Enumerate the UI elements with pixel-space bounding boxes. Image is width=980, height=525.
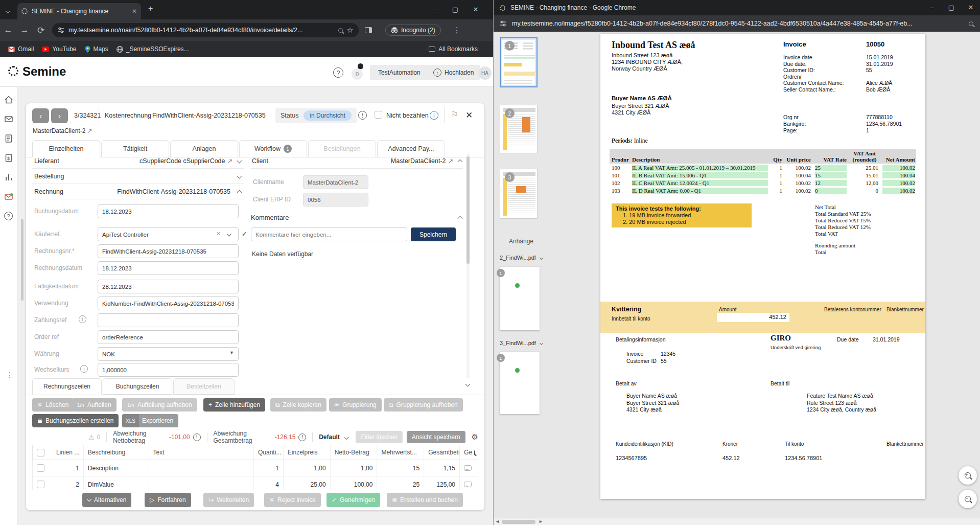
bookmark-maps[interactable]: Maps <box>85 45 108 53</box>
orderref-input[interactable] <box>98 330 239 344</box>
close-button[interactable]: ✕ <box>466 2 485 17</box>
ungroup-button[interactable]: ⧉Gruppierung aufheben <box>384 398 463 412</box>
zoom-icon[interactable] <box>338 28 343 33</box>
chevron-down-icon[interactable] <box>237 174 242 179</box>
buchungsdatum-input[interactable] <box>98 204 239 218</box>
chevron-up-icon[interactable] <box>458 159 463 165</box>
verwendung-input[interactable] <box>98 296 239 310</box>
panel-scrollbar-thumb[interactable] <box>466 156 470 264</box>
minimize-button[interactable]: – <box>425 2 445 17</box>
reject-invoice-button[interactable]: ✕Reject invoice <box>264 493 321 507</box>
invoice-icon[interactable]: $ <box>4 153 13 163</box>
scrollbar-thumb[interactable] <box>502 520 535 524</box>
menu-icon[interactable]: ⋮ <box>453 26 461 35</box>
col-header[interactable]: Netto-Betrag <box>331 445 378 460</box>
help-icon[interactable]: ? <box>333 67 343 78</box>
attachment-item-1[interactable]: 2_FindWi...pdf <box>500 255 543 261</box>
zoom-in-button[interactable]: + <box>959 466 977 485</box>
section-bestellung[interactable]: Bestellung <box>32 169 244 184</box>
back-icon[interactable]: ← <box>0 25 16 35</box>
split-line-button[interactable]: 1/nAufteilen <box>72 398 116 412</box>
more-options-icon[interactable]: ⋮ <box>6 371 14 379</box>
notification-badge[interactable]: 0 <box>352 69 363 80</box>
clientname-input[interactable] <box>303 175 368 189</box>
help-nav-icon[interactable]: ? <box>4 212 13 220</box>
view-select[interactable]: Default <box>319 433 340 441</box>
new-tab-button[interactable]: + <box>148 4 153 13</box>
alert-circle-icon[interactable]: ! <box>298 433 306 441</box>
upload-button[interactable]: ↑ Hochladen <box>428 65 480 80</box>
chevron-up-icon[interactable] <box>237 190 242 195</box>
mail-icon[interactable] <box>4 115 13 124</box>
create-and-post-button[interactable]: ≣Erstellen und buchen <box>387 493 463 507</box>
site-settings-icon[interactable] <box>57 27 64 34</box>
address-bar[interactable]: my.testsemine.no/main/f5280fb0-1412-4b2b… <box>52 23 359 37</box>
horizontal-scrollbar[interactable]: ◄ ► <box>494 518 980 525</box>
section-client[interactable]: Client MasterDataClient-2 ↗ <box>251 153 463 169</box>
section-rechnung[interactable]: Rechnung FindWithClient-Assig-20231218-0… <box>32 184 244 199</box>
bookmark-semine-sso[interactable]: _SemineSSOExpires... <box>116 45 189 53</box>
external-link-icon[interactable]: ↗ <box>448 157 453 165</box>
page-scrollbar-thumb[interactable] <box>21 219 24 301</box>
alert-circle-icon[interactable]: ! <box>358 111 367 120</box>
prev-invoice-button[interactable]: ‹ <box>32 108 49 123</box>
close-button[interactable]: ✕ <box>961 0 980 15</box>
side-panel-icon[interactable] <box>365 27 372 33</box>
unsplit-line-button[interactable]: 1/nAufteilung aufheben <box>122 398 197 412</box>
col-header[interactable]: Mehrwertst... <box>377 445 424 460</box>
bookmark-gmail[interactable]: Gmail <box>8 45 34 53</box>
maximize-button[interactable]: ▢ <box>446 2 465 17</box>
col-header[interactable]: Beschreibung <box>84 445 149 460</box>
approve-button[interactable]: ✓Genehmigen <box>326 493 380 507</box>
col-header[interactable]: Ge <box>464 449 472 456</box>
panel-scrollbar-track[interactable] <box>466 153 470 378</box>
chart-icon[interactable] <box>4 173 13 182</box>
zahlungsref-input[interactable] <box>98 313 239 327</box>
zoom-out-button[interactable]: − <box>959 490 977 508</box>
table-search-icon[interactable] <box>474 450 475 455</box>
document-icon[interactable] <box>4 134 13 143</box>
scroll-left-icon[interactable]: ◄ <box>495 519 500 524</box>
wechselkurs-input[interactable] <box>98 363 239 377</box>
bookmark-youtube[interactable]: YouTube <box>42 45 76 53</box>
rechnungsdatum-input[interactable] <box>98 261 239 275</box>
right-url-bar[interactable]: my.testsemine.no/images/f5280fb0-1412-4b… <box>494 15 980 32</box>
comment-icon[interactable] <box>464 482 472 487</box>
continue-button[interactable]: ▷Fortfahren <box>145 493 191 507</box>
group-button[interactable]: ⚮Gruppierung <box>329 398 382 412</box>
tab-rechnungszeilen[interactable]: Rechnungszeilen <box>32 378 102 395</box>
col-header[interactable]: Einzelpreis <box>284 445 331 460</box>
comment-input[interactable] <box>251 227 407 241</box>
zoom-icon[interactable] <box>969 21 973 26</box>
reload-icon[interactable]: ⟳ <box>33 25 49 36</box>
rechnungsnr-input[interactable] <box>98 244 239 258</box>
clear-filter-button[interactable]: Filter löschen <box>356 431 402 443</box>
row-checkbox[interactable] <box>37 481 44 488</box>
chevron-down-icon[interactable] <box>344 435 348 440</box>
chevron-down-icon[interactable]: ▼ <box>229 350 234 355</box>
create-posting-lines-button[interactable]: ≣Buchungszeilen erstellen <box>32 414 119 427</box>
copy-line-button[interactable]: ⧉Zeile kopieren <box>270 398 326 412</box>
clear-icon[interactable]: ✕ <box>216 231 221 237</box>
save-view-button[interactable]: Ansicht speichern <box>407 431 465 443</box>
waehrung-select[interactable] <box>98 347 239 361</box>
col-header[interactable]: Text <box>149 445 254 460</box>
select-all-checkbox[interactable] <box>37 449 44 456</box>
tab-search-icon[interactable] <box>6 6 10 15</box>
faelligkeitsdatum-input[interactable] <box>98 280 239 293</box>
scroll-down-icon[interactable] <box>465 382 471 387</box>
comments-header[interactable]: Kommentare <box>251 211 463 224</box>
minimize-button[interactable]: – <box>922 0 942 15</box>
attachment-thumbnail-2[interactable] <box>500 352 540 414</box>
attachment-thumbnail-1[interactable] <box>500 267 540 330</box>
next-invoice-button[interactable]: › <box>51 108 68 123</box>
close-panel-icon[interactable]: ✕ <box>465 110 473 121</box>
comment-icon[interactable] <box>464 465 472 471</box>
attachment-item-2[interactable]: 3_FindWi...pdf <box>500 340 543 346</box>
scroll-right-icon[interactable]: ► <box>539 519 543 524</box>
tab-buchungszeilen[interactable]: Buchungszeilen <box>103 378 172 395</box>
alternatives-button[interactable]: Alternativen <box>82 493 131 507</box>
delete-line-button[interactable]: ✕Löschen <box>32 398 74 412</box>
flag-icon[interactable]: ⚐ <box>451 110 458 119</box>
incognito-badge[interactable]: Incognito (2) <box>385 25 441 36</box>
